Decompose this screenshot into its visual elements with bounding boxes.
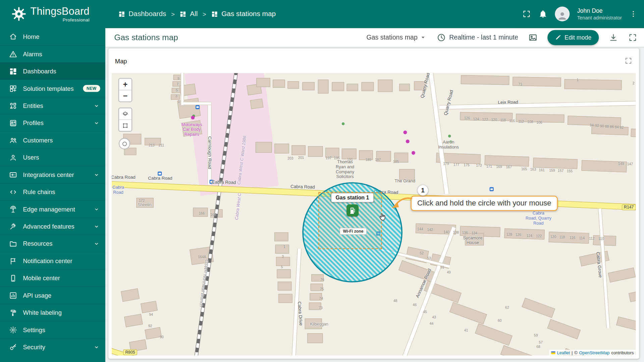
sidebar-item-label: Integrations center	[23, 171, 74, 178]
breadcrumb-item[interactable]: Dashboards	[118, 10, 166, 18]
hand-cursor-icon	[378, 213, 387, 222]
zone-label: Wi-Fi zone	[340, 228, 367, 235]
house-number: 108	[527, 120, 533, 124]
sidebar-item-security[interactable]: Security	[0, 338, 105, 355]
sidebar-item-solution-templates[interactable]: Solution templatesNEW	[0, 80, 105, 97]
layers-button[interactable]	[119, 108, 131, 119]
mobile-icon	[9, 274, 17, 282]
map-canvas[interactable]: 9753121321120320119719519118918718517917…	[112, 73, 636, 355]
house-number: 161	[539, 168, 545, 172]
house-number: 57	[539, 340, 543, 344]
street-label: Cabra Road	[148, 176, 172, 181]
house-number: 86	[610, 125, 614, 129]
brand-subtitle: Professional	[63, 17, 90, 22]
sidebar-item-advanced-features[interactable]: Advanced features	[0, 218, 105, 235]
house-number: 169	[496, 165, 502, 169]
clock-icon	[436, 33, 446, 42]
zoom-in-button[interactable]: +	[119, 79, 131, 90]
building	[593, 235, 616, 246]
gas-station-marker[interactable]	[346, 204, 359, 217]
breadcrumb-item[interactable]: All	[180, 10, 198, 18]
tree-icon	[448, 135, 451, 138]
avatar[interactable]	[555, 7, 570, 21]
building	[564, 79, 622, 90]
notifications-bell-icon[interactable]	[539, 9, 548, 18]
sidebar-item-entities[interactable]: Entities	[0, 97, 105, 114]
house-number: 106	[536, 120, 542, 124]
chevron-down-icon	[93, 102, 100, 109]
more-menu-icon[interactable]	[629, 10, 637, 18]
sidebar-item-label: Alarms	[23, 51, 42, 58]
dashboard-select[interactable]: Gas stations map	[366, 34, 426, 41]
shape-select-button[interactable]	[119, 119, 131, 131]
dashboards-icon	[9, 67, 17, 75]
polygon-icon	[122, 122, 129, 129]
sidebar-item-home[interactable]: Home	[0, 28, 105, 45]
rulechains-icon	[9, 188, 17, 196]
edit-mode-button[interactable]: Edit mode	[547, 30, 599, 45]
toolbar-fullscreen-icon[interactable]	[628, 33, 637, 42]
breadcrumb-item[interactable]: Gas stations map	[211, 10, 276, 18]
sidebar-item-dashboards[interactable]: Dashboards	[0, 62, 105, 79]
house-number: 118	[500, 118, 506, 122]
zoom-out-button[interactable]: −	[119, 90, 131, 101]
house-number: 43	[432, 315, 436, 319]
building	[378, 80, 393, 92]
sidebar-item-profiles[interactable]: Profiles	[0, 114, 105, 131]
street-label: Thomas Ryan and Company Solicitors	[336, 159, 354, 179]
widget-header: Map	[108, 48, 639, 73]
fullscreen-icon[interactable]	[522, 9, 531, 18]
sidebar-item-api-usage[interactable]: API usage	[0, 287, 105, 304]
sidebar-item-resources[interactable]: Resources	[0, 235, 105, 252]
chevron-down-icon	[93, 171, 100, 178]
circle-tool-button[interactable]	[119, 138, 130, 149]
timewindow-button[interactable]: Realtime - last 1 minute	[436, 33, 518, 42]
entities-icon	[9, 102, 17, 110]
house-number: 1	[577, 78, 579, 82]
sidebar-item-mobile-center[interactable]: Mobile center	[0, 269, 105, 286]
screenshot-icon[interactable]	[528, 33, 537, 42]
sidebar-item-users[interactable]: Users	[0, 148, 105, 166]
map-attribution: Leaflet | © OpenStreetMap contributors	[549, 350, 636, 355]
house-number: 74	[319, 296, 323, 300]
thingsboard-logo[interactable]: ThingsBoard Professional	[11, 6, 105, 22]
house-number: 1	[283, 245, 285, 249]
dashboard-grid-icon	[180, 10, 187, 17]
street-label: Cabra Road	[290, 184, 315, 189]
sidebar-item-settings[interactable]: Settings	[0, 321, 105, 338]
osm-link[interactable]: OpenStreetMap	[579, 350, 610, 355]
house-number: 52	[420, 251, 424, 255]
sidebar-item-customers[interactable]: Customers	[0, 131, 105, 148]
sidebar-item-integrations-center[interactable]: Integrations center	[0, 166, 105, 183]
callout-arrow-icon	[389, 196, 413, 212]
building	[273, 80, 285, 88]
leaflet-link[interactable]: Leaflet	[557, 350, 570, 355]
sidebar-item-white-labeling[interactable]: White labeling	[0, 304, 105, 321]
house-number: 45	[423, 310, 427, 314]
attribution-suffix: contributors	[611, 350, 634, 355]
widget-fullscreen-icon[interactable]	[624, 57, 632, 65]
user-info[interactable]: John Doe Tenant administrator	[577, 7, 622, 21]
sidebar-item-label: Users	[23, 154, 39, 161]
sidebar-item-rule-chains[interactable]: Rule chains	[0, 183, 105, 200]
house-number: 92	[148, 324, 152, 328]
sidebar-item-notification-center[interactable]: Notification center	[0, 252, 105, 269]
edit-mode-label: Edit mode	[565, 34, 591, 41]
sidebar-item-alarms[interactable]: Alarms	[0, 45, 105, 62]
house-number: 213	[149, 143, 154, 147]
house-number: 120	[491, 118, 497, 122]
user-role: Tenant administrator	[577, 15, 622, 21]
download-icon[interactable]	[609, 33, 618, 42]
breadcrumb-label: All	[190, 10, 198, 18]
house-number: 179	[443, 162, 449, 166]
attribution-separator: |	[572, 350, 573, 355]
advanced-icon	[9, 222, 17, 230]
house-number: 116	[509, 119, 515, 123]
house-number: 7	[177, 82, 179, 86]
sidebar-item-edge-management[interactable]: Edge management	[0, 200, 105, 218]
house-number: 177	[453, 163, 459, 167]
house-number: 90	[160, 335, 164, 339]
building	[449, 302, 487, 324]
building	[278, 282, 292, 291]
house-number: 49	[447, 270, 451, 274]
